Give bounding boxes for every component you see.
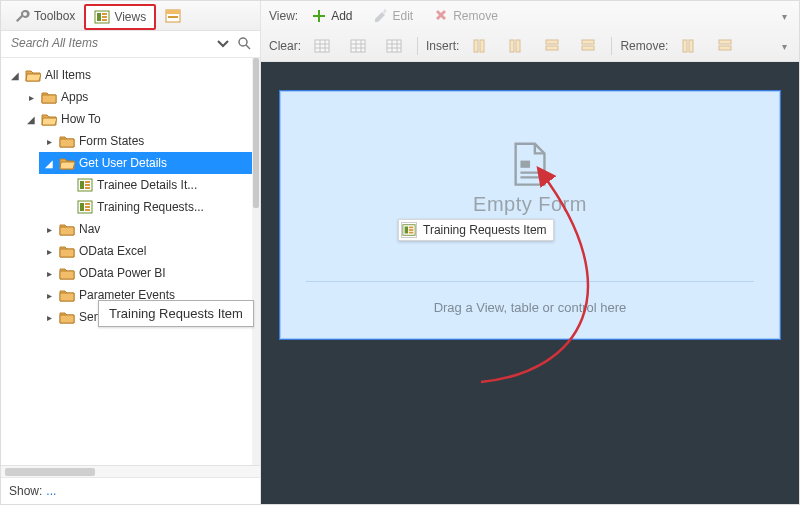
clear-table-button[interactable] bbox=[307, 35, 337, 57]
tree[interactable]: ◢ All Items ▸ Apps bbox=[1, 58, 260, 465]
overflow-icon[interactable]: ▾ bbox=[778, 9, 791, 24]
search-input[interactable] bbox=[9, 35, 208, 51]
remove-col-button[interactable] bbox=[674, 35, 704, 57]
tree-row[interactable]: ▸ OData Power BI bbox=[39, 262, 258, 284]
toolbar-row-2: Clear: Insert: Remove: ▾ bbox=[261, 31, 799, 61]
overflow-icon[interactable]: ▾ bbox=[778, 39, 791, 54]
folder-icon bbox=[59, 287, 75, 303]
folder-icon bbox=[59, 243, 75, 259]
clear-row-icon bbox=[350, 38, 366, 54]
toolbar-row-1: View: Add Edit Remove ▾ bbox=[261, 1, 799, 31]
view-icon bbox=[77, 199, 93, 215]
tree-row[interactable]: ▸ OData Excel bbox=[39, 240, 258, 262]
tab-views[interactable]: Views bbox=[84, 4, 156, 30]
tree-label: OData Power BI bbox=[79, 266, 166, 280]
folder-icon bbox=[59, 265, 75, 281]
tree-label: Trainee Details It... bbox=[97, 178, 197, 192]
twisty-icon[interactable]: ▸ bbox=[43, 246, 55, 257]
clear-group-label: Clear: bbox=[269, 39, 301, 53]
plus-icon bbox=[311, 8, 327, 24]
tree-root: ◢ All Items ▸ Apps bbox=[3, 64, 258, 328]
tree-label: Nav bbox=[79, 222, 100, 236]
tree-row[interactable]: ▸ Nav bbox=[39, 218, 258, 240]
app-root: Toolbox Views ◢ All Items bbox=[0, 0, 800, 505]
tree-row[interactable]: ▸ Form States bbox=[39, 130, 258, 152]
insert-row-above-button[interactable] bbox=[537, 35, 567, 57]
view-icon bbox=[94, 9, 110, 25]
view-group-label: View: bbox=[269, 9, 298, 23]
tree-row[interactable]: ◢ How To bbox=[21, 108, 258, 130]
twisty-icon[interactable]: ▸ bbox=[43, 268, 55, 279]
edit-label: Edit bbox=[393, 9, 414, 23]
tree-label: OData Excel bbox=[79, 244, 146, 258]
twisty-icon[interactable]: ▸ bbox=[43, 290, 55, 301]
folder-icon bbox=[59, 221, 75, 237]
tab-toolbox-label: Toolbox bbox=[34, 9, 75, 23]
vertical-scrollbar[interactable] bbox=[252, 58, 260, 465]
search-row bbox=[1, 31, 260, 58]
insert-row-above-icon bbox=[544, 38, 560, 54]
x-icon bbox=[433, 8, 449, 24]
right-toolbar: View: Add Edit Remove ▾ Clear: bbox=[261, 1, 799, 62]
chevron-down-icon[interactable] bbox=[214, 35, 230, 51]
folder-icon bbox=[59, 309, 75, 325]
tree-node: ◢ How To ▸ Form States bbox=[21, 108, 258, 328]
remove-group-label: Remove: bbox=[620, 39, 668, 53]
footer-label: Show: bbox=[9, 484, 42, 498]
tree-item-tooltip: Training Requests Item bbox=[98, 300, 254, 327]
horizontal-scrollbar[interactable] bbox=[1, 465, 260, 477]
footer-show-link[interactable]: ... bbox=[46, 484, 56, 498]
right-panel: View: Add Edit Remove ▾ Clear: bbox=[261, 1, 799, 504]
tree-row[interactable]: ▸ Apps bbox=[21, 86, 258, 108]
view-icon bbox=[77, 177, 93, 193]
twisty-icon[interactable]: ◢ bbox=[25, 114, 37, 125]
twisty-icon[interactable]: ▸ bbox=[43, 136, 55, 147]
tree-row[interactable]: ◢ Get User Details bbox=[39, 152, 258, 174]
folder-open-icon bbox=[25, 67, 41, 83]
insert-row-below-icon bbox=[580, 38, 596, 54]
form-dropzone[interactable]: Empty Form Training Requests Item Drag a… bbox=[279, 90, 781, 340]
add-label: Add bbox=[331, 9, 352, 23]
tree-label: All Items bbox=[45, 68, 91, 82]
folder-open-icon bbox=[59, 155, 75, 171]
insert-row-below-button[interactable] bbox=[573, 35, 603, 57]
tree-label: Form States bbox=[79, 134, 144, 148]
divider bbox=[306, 281, 754, 282]
remove-row-button[interactable] bbox=[710, 35, 740, 57]
tree-row[interactable]: Trainee Details It... bbox=[57, 174, 258, 196]
wrench-icon bbox=[14, 8, 30, 24]
twisty-icon[interactable]: ▸ bbox=[43, 312, 55, 323]
twisty-icon[interactable]: ◢ bbox=[43, 158, 55, 169]
folder-icon bbox=[59, 133, 75, 149]
pencil-icon bbox=[373, 8, 389, 24]
empty-form-placeholder: Empty Form bbox=[473, 139, 587, 216]
remove-col-icon bbox=[681, 38, 697, 54]
insert-col-right-button[interactable] bbox=[501, 35, 531, 57]
add-view-button[interactable]: Add bbox=[304, 5, 359, 27]
twisty-icon[interactable]: ▸ bbox=[25, 92, 37, 103]
insert-col-right-icon bbox=[508, 38, 524, 54]
tree-row-all-items[interactable]: ◢ All Items bbox=[3, 64, 258, 86]
view-icon bbox=[401, 222, 417, 238]
dropzone-hint: Drag a View, table or control here bbox=[306, 300, 754, 315]
clear-cell-button[interactable] bbox=[379, 35, 409, 57]
drag-ghost: Training Requests Item bbox=[398, 219, 554, 241]
design-canvas[interactable]: Empty Form Training Requests Item Drag a… bbox=[261, 62, 799, 504]
tab-forms[interactable] bbox=[156, 4, 190, 28]
left-footer: Show: ... bbox=[1, 477, 260, 504]
tab-toolbox[interactable]: Toolbox bbox=[5, 4, 84, 28]
insert-col-left-button[interactable] bbox=[465, 35, 495, 57]
twisty-icon[interactable]: ◢ bbox=[9, 70, 21, 81]
folder-icon bbox=[41, 89, 57, 105]
clear-row-button[interactable] bbox=[343, 35, 373, 57]
remove-view-button[interactable]: Remove bbox=[426, 5, 505, 27]
tree-row[interactable]: Training Requests... bbox=[57, 196, 258, 218]
twisty-icon[interactable]: ▸ bbox=[43, 224, 55, 235]
tree-label: Get User Details bbox=[79, 156, 167, 170]
left-panel: Toolbox Views ◢ All Items bbox=[1, 1, 261, 504]
edit-view-button[interactable]: Edit bbox=[366, 5, 421, 27]
search-icon[interactable] bbox=[236, 35, 252, 51]
remove-row-icon bbox=[717, 38, 733, 54]
form-icon bbox=[165, 8, 181, 24]
dropzone-hint-area: Drag a View, table or control here bbox=[306, 281, 754, 315]
